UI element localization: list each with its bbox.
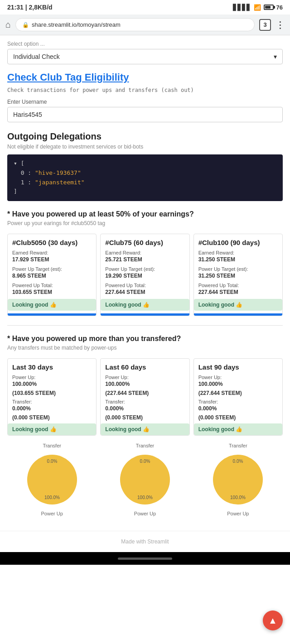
club-100-powered-label: Powered Up Total: <box>198 283 278 288</box>
last-30-powerup-pct: 100.000% <box>12 381 92 387</box>
username-label: Enter Username <box>7 99 283 105</box>
last-90-powerup-label: Power Up: <box>198 375 278 380</box>
signal-icon: ▋▋▋▋ <box>233 4 251 11</box>
last-30-transfer-label: Transfer: <box>12 399 92 404</box>
home-icon[interactable]: ⌂ <box>5 19 11 30</box>
svg-text:100.0%: 100.0% <box>137 495 153 500</box>
nav-pill <box>118 557 172 560</box>
last-30-badge: Looking good 👍 <box>8 423 96 435</box>
svg-text:0.0%: 0.0% <box>233 459 243 464</box>
chart-90-legend: Power Up <box>227 511 249 516</box>
chevron-down-icon: ▾ <box>274 53 277 60</box>
club-100-header: #Club100 (90 days) <box>198 239 278 246</box>
club-5050-powered-label: Powered Up Total: <box>12 283 92 288</box>
select-dropdown[interactable]: Individual Check ▾ <box>7 49 283 64</box>
transfer-question: * Have you powered up more than you tran… <box>7 335 283 343</box>
pie-chart-30: 0.0% 100.0% <box>23 450 82 509</box>
power-up-subtitle: Power up your earings for #club5050 tag <box>7 220 283 226</box>
url-text: share.streamlit.io/tomoyan/stream <box>32 21 121 28</box>
last-90-header: Last 90 days <box>198 363 278 371</box>
club-75-powered-label: Powered Up Total: <box>105 283 184 288</box>
club-100-badge: Looking good 👍 <box>194 299 282 311</box>
pie-chart-60: 0.0% 100.0% <box>116 450 174 509</box>
club-75-target-label: Power Up Target (est): <box>105 266 184 272</box>
status-time-data: 21:31 | 2,8KB/d <box>7 4 53 11</box>
last-30-card: Last 30 days Power Up: 100.000% (103.655… <box>7 358 97 436</box>
delegations-title: Outgoing Delegations <box>7 131 283 142</box>
main-content: Select option ... Individual Check ▾ Che… <box>0 35 290 531</box>
svg-text:0.0%: 0.0% <box>140 459 150 464</box>
last-90-card: Last 90 days Power Up: 100.000% (227.644… <box>193 358 283 436</box>
club-card-5050: #Club5050 (30 days) Earned Reward: 17.92… <box>7 234 97 316</box>
club-5050-target-value: 8.965 STEEM <box>12 273 92 279</box>
wifi-icon: 📶 <box>254 4 261 11</box>
club-card-75: #Club75 (60 days) Earned Reward: 25.721 … <box>100 234 189 316</box>
last-30-header: Last 30 days <box>12 363 92 371</box>
transfer-subtitle: Any transfers must be matched by power-u… <box>7 345 283 351</box>
username-input[interactable] <box>7 107 283 122</box>
chart-60-title: Transfer <box>136 443 155 448</box>
lock-icon: 🔒 <box>22 22 29 28</box>
chart-30: Transfer 0.0% 100.0% Power Up <box>7 443 97 516</box>
club-75-progress <box>101 313 189 316</box>
chart-30-title: Transfer <box>43 443 61 448</box>
charts-row: Transfer 0.0% 100.0% Power Up Transfer 0… <box>7 443 283 516</box>
fab-button[interactable]: ▲ <box>263 610 283 630</box>
last-90-transfer-steem: (0.000 STEEM) <box>198 414 278 421</box>
club-100-target-value: 31.250 STEEM <box>198 273 278 279</box>
separator-1 <box>7 325 283 326</box>
chart-60-legend: Power Up <box>134 511 156 516</box>
last-60-powerup-steem: (227.644 STEEM) <box>105 390 184 396</box>
club-75-target-value: 19.290 STEEM <box>105 273 184 279</box>
club-5050-earned-value: 17.929 STEEM <box>12 256 92 263</box>
club-5050-powered-value: 103.655 STEEM <box>12 289 92 295</box>
battery-level: 76 <box>276 4 283 11</box>
last-90-transfer-pct: 0.000% <box>198 405 278 412</box>
last-30-transfer-steem: (0.000 STEEM) <box>12 414 92 421</box>
club-100-earned-value: 31.250 STEEM <box>198 256 278 263</box>
footer: Made with Streamlit <box>0 531 290 552</box>
more-icon[interactable]: ⋮ <box>276 19 285 30</box>
club-75-powered-value: 227.644 STEEM <box>105 289 184 295</box>
club-5050-header: #Club5050 (30 days) <box>12 239 92 246</box>
club-card-100: #Club100 (90 days) Earned Reward: 31.250… <box>193 234 283 316</box>
svg-text:100.0%: 100.0% <box>44 495 60 500</box>
club-5050-target-label: Power Up Target (est): <box>12 266 92 272</box>
last-90-badge: Looking good 👍 <box>194 423 282 435</box>
fab-icon: ▲ <box>268 615 277 626</box>
pie-chart-90: 0.0% 100.0% <box>208 450 267 509</box>
clubs-row: #Club5050 (30 days) Earned Reward: 17.92… <box>7 234 283 316</box>
status-bar: 21:31 | 2,8KB/d ▋▋▋▋ 📶 76 <box>0 0 290 14</box>
last-30-powerup-label: Power Up: <box>12 375 92 380</box>
battery-icon <box>264 5 274 10</box>
last-60-badge: Looking good 👍 <box>101 423 189 435</box>
select-label: Select option ... <box>7 41 283 47</box>
last-days-row: Last 30 days Power Up: 100.000% (103.655… <box>7 358 283 436</box>
last-60-transfer-pct: 0.000% <box>105 405 184 412</box>
last-60-powerup-pct: 100.000% <box>105 381 184 387</box>
svg-text:0.0%: 0.0% <box>47 459 57 464</box>
club-75-earned-value: 25.721 STEEM <box>105 256 184 263</box>
tab-count[interactable]: 3 <box>259 19 271 31</box>
chart-90-title: Transfer <box>229 443 247 448</box>
club-5050-badge: Looking good 👍 <box>8 299 96 311</box>
chart-60: Transfer 0.0% 100.0% Power Up <box>100 443 189 516</box>
browser-bar: ⌂ 🔒 share.streamlit.io/tomoyan/stream 3 … <box>0 14 290 35</box>
club-5050-progress <box>8 313 96 316</box>
last-60-transfer-steem: (0.000 STEEM) <box>105 414 184 421</box>
last-60-header: Last 60 days <box>105 363 184 371</box>
power-up-question: * Have you powered up at least 50% of yo… <box>7 210 283 218</box>
delegations-json: ▾ [ 0 : "hive-193637" 1 : "japansteemit"… <box>7 154 283 201</box>
club-100-progress <box>194 313 282 316</box>
last-90-powerup-pct: 100.000% <box>198 381 278 387</box>
club-100-earned-label: Earned Reward: <box>198 250 278 255</box>
delegations-subtitle: Not eligible if delegate to investment s… <box>7 144 283 150</box>
nav-bar <box>0 552 290 565</box>
chart-90: Transfer 0.0% 100.0% Power Up <box>193 443 283 516</box>
select-value: Individual Check <box>13 53 60 60</box>
last-90-powerup-steem: (227.644 STEEM) <box>198 390 278 396</box>
last-60-powerup-label: Power Up: <box>105 375 184 380</box>
last-60-card: Last 60 days Power Up: 100.000% (227.644… <box>100 358 189 436</box>
last-60-transfer-label: Transfer: <box>105 399 184 404</box>
url-bar[interactable]: 🔒 share.streamlit.io/tomoyan/stream <box>15 18 255 31</box>
